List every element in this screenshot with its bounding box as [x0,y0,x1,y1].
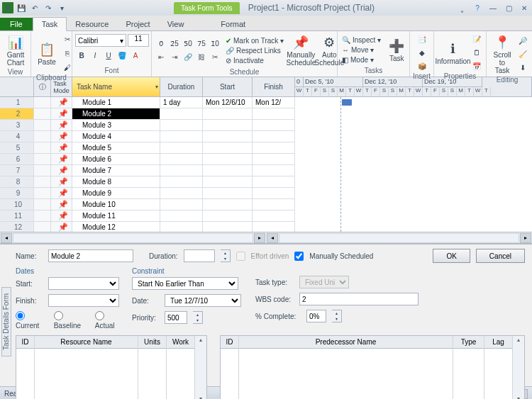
bold-button[interactable]: B [75,49,88,62]
save-icon[interactable]: 💾 [16,2,27,13]
resource-grid[interactable]: ID Resource Name Units Work ▴▾ [16,335,207,399]
info-col[interactable]: ⓘ [34,77,51,96]
finish-cell[interactable] [253,154,295,164]
duration-cell[interactable] [160,154,203,164]
info-cell[interactable] [34,154,51,164]
inactivate-button[interactable]: ⊘Inactivate [224,56,285,65]
pred-lag-col[interactable]: Lag [484,336,512,349]
info-cell[interactable] [34,97,51,108]
info-cell[interactable] [34,131,51,142]
wbs-input[interactable] [299,293,419,305]
find-icon[interactable]: 🔎 [516,35,529,47]
duration-cell[interactable] [160,120,203,130]
pct-75-button[interactable]: 7̄5 [195,38,208,50]
taskname-cell[interactable]: Module 7 [72,165,160,176]
mode-cell[interactable]: 📌 [51,165,72,176]
finish-select[interactable] [48,294,119,307]
predecessor-grid[interactable]: ID Predecessor Name Type Lag ▴▾ [220,335,525,399]
ribbon-min-icon[interactable]: ˬ [456,3,467,13]
start-cell[interactable] [203,176,253,187]
actual-radio[interactable] [95,311,104,320]
paste-button[interactable]: 📋Paste [34,40,60,67]
row-number[interactable]: 6 [0,154,34,164]
start-cell[interactable] [203,222,253,232]
table-row[interactable]: 9📌Module 9 [0,188,295,199]
pred-id-col[interactable]: ID [221,336,238,349]
tab-view[interactable]: View [159,18,193,30]
grid-scroll-track[interactable] [13,233,253,243]
finish-cell[interactable] [253,142,295,153]
taskname-cell[interactable]: Module 6 [72,154,160,164]
pred-name-col[interactable]: Predecessor Name [239,336,453,349]
add-column-button[interactable] [521,77,532,96]
indent-button[interactable]: ⇥ [168,51,181,64]
row-number[interactable]: 1 [0,97,34,108]
table-row[interactable]: 7📌Module 7 [0,165,295,176]
res-units-col[interactable]: Units [138,336,166,349]
baseline-radio[interactable] [54,311,63,320]
font-color-button[interactable]: A [129,49,142,62]
duration-cell[interactable] [160,210,203,221]
redo-icon[interactable]: ↷ [43,2,54,13]
mode-cell[interactable]: 📌 [51,154,72,164]
insert-deliverable-icon[interactable]: 📦 [416,60,428,72]
mode-cell[interactable]: 📌 [51,222,72,232]
ok-button[interactable]: OK [433,249,470,263]
taskname-cell[interactable]: Module 8 [72,176,160,187]
tab-resource[interactable]: Resource [67,18,117,30]
start-cell[interactable] [203,188,253,198]
duration-cell[interactable] [160,199,203,210]
italic-button[interactable]: I [89,49,101,62]
duration-input[interactable] [184,249,215,262]
mode-cell[interactable]: 📌 [51,131,72,142]
insert-milestone-icon[interactable]: ◆ [416,46,428,59]
mark-on-track-button[interactable]: ✔Mark on Track ▾ [224,36,285,45]
insert-summary-icon[interactable]: 📑 [416,33,428,45]
tab-task[interactable]: Task [33,17,67,31]
row-number[interactable]: 4 [0,131,34,142]
info-cell[interactable] [34,108,51,119]
underline-button[interactable]: U [102,49,115,62]
fill-icon[interactable]: ⬇ [516,62,529,74]
info-cell[interactable] [34,199,51,210]
split-button[interactable]: ✂ [209,51,221,64]
manually-scheduled-checkbox[interactable] [294,252,304,261]
tab-project[interactable]: Project [117,18,158,30]
table-row[interactable]: 10📌Module 10 [0,199,295,210]
constraint-type-select[interactable]: Start No Earlier Than [132,277,238,290]
table-row[interactable]: 4📌Module 4 [0,131,295,142]
info-cell[interactable] [34,222,51,232]
row-number[interactable]: 7 [0,165,34,176]
pred-type-col[interactable]: Type [453,336,484,349]
finish-cell[interactable] [253,222,295,232]
help-icon[interactable]: ? [472,3,483,13]
pred-grid-scrollbar[interactable]: ▴▾ [513,336,524,399]
mode-cell[interactable]: 📌 [51,120,72,130]
taskname-cell[interactable]: Module 3 [72,120,160,130]
row-number[interactable]: 12 [0,222,34,232]
info-cell[interactable] [34,120,51,130]
row-number[interactable]: 10 [0,199,34,210]
row-number[interactable]: 3 [0,120,34,130]
info-cell[interactable] [34,188,51,198]
start-cell[interactable] [203,199,253,210]
start-select[interactable] [48,277,119,290]
tl-scroll-right-button[interactable]: ▸ [520,233,531,243]
minimize-icon[interactable]: — [487,3,499,13]
start-cell[interactable] [203,131,253,142]
unlink-button[interactable]: ⛓ [195,51,208,64]
table-row[interactable]: 5📌Module 5 [0,142,295,154]
res-grid-scrollbar[interactable]: ▴▾ [195,336,206,399]
pct-100-button[interactable]: 1̄0 [209,38,221,50]
finish-cell[interactable] [253,120,295,130]
finish-cell[interactable] [253,165,295,176]
complete-input[interactable] [306,310,326,322]
qat-dropdown-icon[interactable]: ▾ [56,2,67,13]
taskname-cell[interactable]: Module 9 [72,188,160,198]
finish-col[interactable]: Finish [253,77,295,96]
task-bar-module-1[interactable] [342,99,352,106]
tl-scroll-left-button[interactable]: ◂ [267,233,278,243]
duration-col[interactable]: Duration [160,77,203,96]
mode-cell[interactable]: 📌 [51,199,72,210]
form-side-tab[interactable]: Task Details Form [1,287,11,356]
